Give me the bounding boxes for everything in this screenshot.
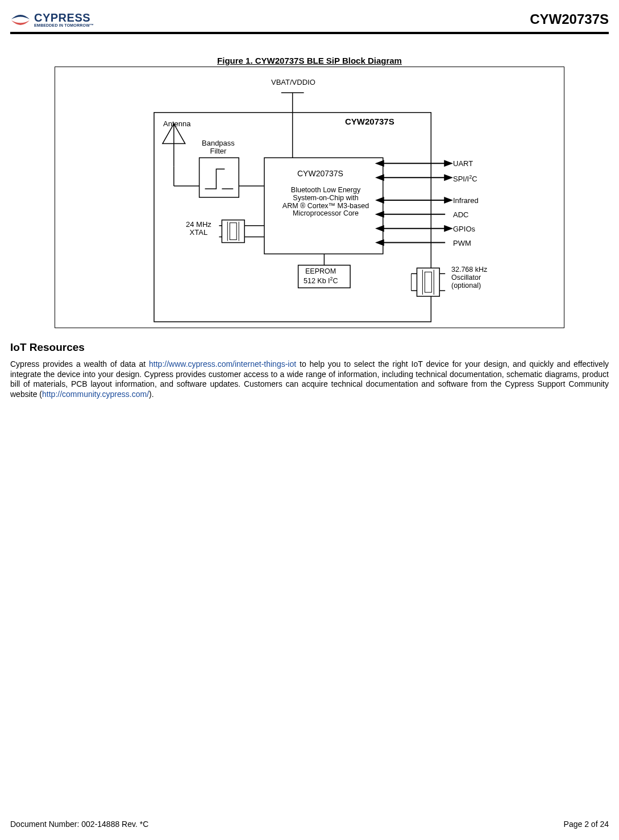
cypress-logo: CYPRESS EMBEDDED IN TOMORROW™ xyxy=(10,9,94,30)
part-number: CYW20737S xyxy=(530,11,609,27)
logo-text: CYPRESS xyxy=(34,12,94,23)
section-heading: IoT Resources xyxy=(10,341,609,354)
io-spi: SPI/I2C xyxy=(453,174,477,184)
vbat-label: VBAT/VDDIO xyxy=(271,78,315,86)
iot-resources-section: IoT Resources Cypress provides a wealth … xyxy=(10,341,609,399)
figure-block: Figure 1. CYW20737S BLE SiP Block Diagra… xyxy=(55,56,564,328)
figure-title: Figure 1. CYW20737S BLE SiP Block Diagra… xyxy=(55,56,564,65)
logo-swish-icon xyxy=(10,9,31,30)
bandpass-label: Bandpass Filter xyxy=(202,139,235,156)
io-infrared: Infrared xyxy=(453,197,479,205)
soc-desc: Bluetooth Low Energy System-on-Chip with… xyxy=(272,187,379,218)
io-pwm: PWM xyxy=(453,239,471,247)
section-body: Cypress provides a wealth of data at htt… xyxy=(10,359,609,399)
antenna-label: Antenna xyxy=(163,120,190,128)
io-gpios: GPIOs xyxy=(453,225,475,233)
page-number: Page 2 of 24 xyxy=(564,820,609,829)
soc-title: CYW20737S xyxy=(297,169,343,178)
io-adc: ADC xyxy=(453,211,468,219)
page-footer: Document Number: 002-14888 Rev. *C Page … xyxy=(10,820,609,829)
svg-rect-13 xyxy=(222,220,244,243)
community-link[interactable]: http://community.cypress.com/ xyxy=(42,390,149,399)
svg-rect-8 xyxy=(200,158,239,197)
iot-link[interactable]: http://www.cypress.com/internet-things-i… xyxy=(149,359,296,369)
body-text-3: ). xyxy=(149,390,154,399)
osc-label: 32.768 kHz Oscillator (optional) xyxy=(451,266,487,289)
page-header: CYPRESS EMBEDDED IN TOMORROW™ CYW20737S xyxy=(10,7,609,34)
sip-chip-label: CYW20737S xyxy=(345,117,394,127)
block-diagram: VBAT/VDDIO CYW20737S Antenna Bandpass Fi… xyxy=(55,67,564,328)
logo-tagline: EMBEDDED IN TOMORROW™ xyxy=(34,23,94,27)
io-uart: UART xyxy=(453,160,473,168)
eeprom-l2: 512 Kb I2C xyxy=(304,276,338,285)
xtal-label: 24 MHz XTAL xyxy=(186,221,211,237)
body-text: Cypress provides a wealth of data at xyxy=(10,359,149,369)
doc-number: Document Number: 002-14888 Rev. *C xyxy=(10,820,148,829)
eeprom-l1: EEPROM xyxy=(305,268,336,276)
